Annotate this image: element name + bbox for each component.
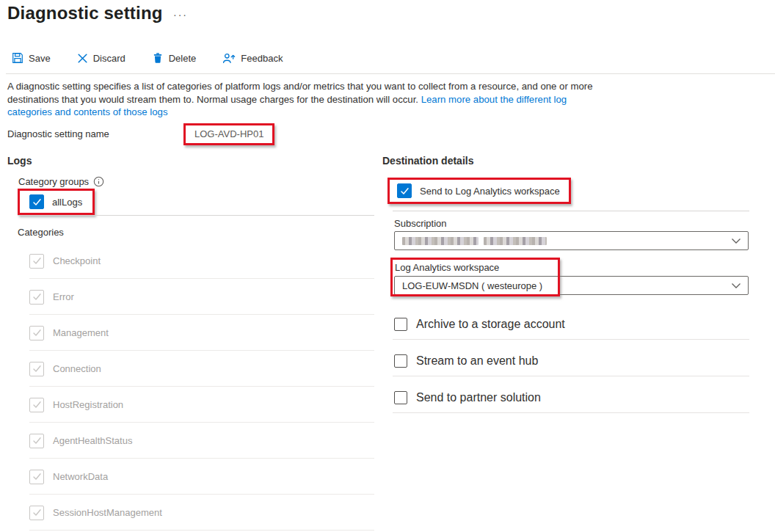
toolbar-divider [6,73,775,74]
workspace-value: LOG-EUW-MSDN ( westeurope ) [402,280,542,291]
check-icon [32,364,42,374]
send-to-law-checkbox-row: Send to Log Analytics workspace [390,180,569,202]
check-icon [400,186,410,196]
category-row: NetworkData [7,459,376,495]
category-checkbox-disabled [29,434,44,448]
alllogs-label: allLogs [52,197,82,208]
category-checkbox-disabled [29,470,44,484]
category-row: Management [7,315,376,351]
partner-solution-row: Send to partner solution [394,391,541,404]
check-icon [32,400,42,409]
divider [18,215,374,216]
logs-heading: Logs [7,155,32,167]
discard-icon [77,53,88,64]
category-row: AgentHealthStatus [7,423,376,459]
send-to-law-annotation-box: Send to Log Analytics workspace [388,178,571,204]
archive-storage-label: Archive to a storage account [416,318,565,331]
category-checkbox-disabled [29,398,44,412]
category-checkbox-disabled [29,506,44,520]
check-icon [32,508,42,517]
category-label: AgentHealthStatus [53,435,132,446]
destination-heading: Destination details [382,155,473,167]
save-icon [12,52,23,64]
delete-icon [152,52,164,64]
divider [393,412,749,413]
category-checkbox-disabled [29,254,44,269]
category-row: HostRegistration [7,387,376,423]
toolbar-item-label: Save [29,53,51,64]
archive-storage-checkbox[interactable] [394,318,407,331]
delete-button[interactable]: Delete [149,51,200,65]
toolbar: Save Discard Delete Feedback [9,48,285,68]
category-row: Checkpoint [7,243,376,279]
check-icon [32,436,42,445]
toolbar-item-label: Feedback [241,53,283,64]
diagnostic-setting-page: Diagnostic setting ··· Save Discard Dele… [0,0,775,532]
save-button[interactable]: Save [9,51,54,65]
category-row: SessionHostManagement [7,495,376,531]
check-icon [32,292,42,302]
feedback-icon [222,52,236,64]
chevron-down-icon [731,283,741,289]
category-label: SessionHostManagement [53,507,162,518]
toolbar-item-label: Delete [169,53,197,64]
check-icon [32,328,42,338]
divider [393,339,749,340]
divider [393,376,749,376]
toolbar-item-label: Discard [93,53,125,64]
send-to-law-checkbox[interactable] [397,183,412,198]
categories-list: Checkpoint Error Management Connection H… [7,243,376,531]
alllogs-annotation-box: allLogs [18,189,95,215]
category-row: Connection [7,351,376,387]
discard-button[interactable]: Discard [74,51,128,65]
stream-event-hub-row: Stream to an event hub [394,354,538,368]
archive-storage-row: Archive to a storage account [394,318,565,331]
stream-event-hub-label: Stream to an event hub [416,354,538,368]
alllogs-checkbox-row: allLogs [20,191,92,213]
subscription-dropdown[interactable] [394,231,749,250]
category-checkbox-disabled [29,326,44,340]
category-checkbox-disabled [29,362,44,376]
category-groups-label: Category groups [18,176,104,187]
category-row: Error [7,279,376,315]
chevron-down-icon [731,238,741,244]
category-label: NetworkData [53,471,108,482]
check-icon [32,197,42,207]
description-text: A diagnostic setting specifies a list of… [7,80,603,119]
category-label: HostRegistration [53,399,123,410]
feedback-button[interactable]: Feedback [219,51,285,65]
diagnostic-setting-name-label: Diagnostic setting name [7,128,109,139]
more-menu-button[interactable]: ··· [170,7,191,22]
subscription-value-redacted [402,237,547,245]
category-checkbox-disabled [29,290,44,305]
workspace-label: Log Analytics workspace [395,262,499,273]
workspace-dropdown[interactable]: LOG-EUW-MSDN ( westeurope ) [394,276,749,295]
alllogs-checkbox[interactable] [29,194,44,209]
partner-solution-checkbox[interactable] [394,391,407,404]
category-groups-label-text: Category groups [18,176,89,187]
check-icon [32,472,42,481]
check-icon [32,256,42,266]
stream-event-hub-checkbox[interactable] [394,354,407,368]
category-label: Management [53,327,109,338]
category-label: Error [53,291,74,302]
info-icon[interactable] [93,176,104,187]
diagnostic-setting-name-input[interactable]: LOG-AVD-HP01 [183,123,274,145]
category-label: Checkpoint [53,255,101,266]
partner-solution-label: Send to partner solution [416,391,541,404]
categories-label: Categories [18,227,64,238]
divider [393,211,749,211]
subscription-label: Subscription [394,218,447,229]
category-label: Connection [53,363,101,374]
send-to-law-label: Send to Log Analytics workspace [420,186,560,197]
page-title: Diagnostic setting [7,3,163,23]
